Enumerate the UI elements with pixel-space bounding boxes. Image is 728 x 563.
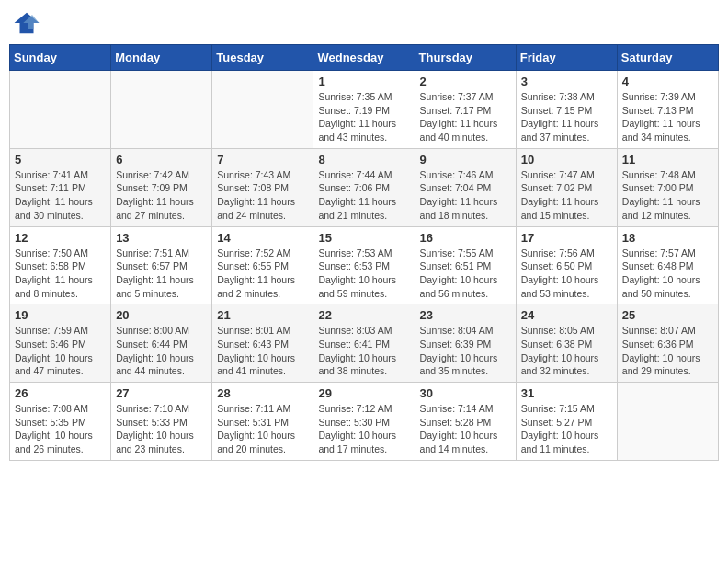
day-info: Sunrise: 7:46 AM Sunset: 7:04 PM Dayligh…: [420, 168, 511, 223]
day-info: Sunrise: 7:15 AM Sunset: 5:27 PM Dayligh…: [521, 402, 612, 456]
day-info: Sunrise: 7:51 AM Sunset: 6:57 PM Dayligh…: [116, 247, 207, 301]
day-info: Sunrise: 7:38 AM Sunset: 7:15 PM Dayligh…: [521, 90, 612, 144]
day-cell: 18Sunrise: 7:57 AM Sunset: 6:48 PM Dayli…: [617, 226, 718, 304]
calendar-header: SundayMondayTuesdayWednesdayThursdayFrid…: [10, 45, 719, 71]
day-number: 29: [318, 386, 409, 400]
day-cell: 12Sunrise: 7:50 AM Sunset: 6:58 PM Dayli…: [10, 226, 111, 304]
day-cell: [617, 383, 718, 461]
day-cell: 1Sunrise: 7:35 AM Sunset: 7:19 PM Daylig…: [313, 71, 415, 149]
day-cell: 3Sunrise: 7:38 AM Sunset: 7:15 PM Daylig…: [516, 71, 617, 149]
day-number: 27: [116, 386, 207, 400]
header-cell-wednesday: Wednesday: [313, 45, 415, 71]
day-number: 10: [521, 153, 612, 167]
day-cell: 31Sunrise: 7:15 AM Sunset: 5:27 PM Dayli…: [516, 383, 617, 461]
day-cell: 4Sunrise: 7:39 AM Sunset: 7:13 PM Daylig…: [617, 71, 718, 149]
day-cell: 10Sunrise: 7:47 AM Sunset: 7:02 PM Dayli…: [516, 148, 617, 226]
day-info: Sunrise: 7:52 AM Sunset: 6:55 PM Dayligh…: [217, 247, 308, 301]
day-number: 26: [15, 386, 106, 400]
day-number: 7: [217, 153, 308, 167]
day-info: Sunrise: 8:07 AM Sunset: 6:36 PM Dayligh…: [622, 324, 713, 378]
day-cell: 30Sunrise: 7:14 AM Sunset: 5:28 PM Dayli…: [415, 383, 516, 461]
logo: [13, 9, 44, 37]
day-info: Sunrise: 7:12 AM Sunset: 5:30 PM Dayligh…: [318, 402, 409, 456]
day-number: 21: [217, 308, 308, 322]
day-info: Sunrise: 7:44 AM Sunset: 7:06 PM Dayligh…: [318, 168, 409, 223]
week-row-2: 5Sunrise: 7:41 AM Sunset: 7:11 PM Daylig…: [10, 148, 719, 226]
day-info: Sunrise: 7:55 AM Sunset: 6:51 PM Dayligh…: [420, 247, 511, 301]
day-info: Sunrise: 7:10 AM Sunset: 5:33 PM Dayligh…: [116, 402, 207, 456]
day-cell: 19Sunrise: 7:59 AM Sunset: 6:46 PM Dayli…: [10, 304, 111, 383]
day-number: 19: [15, 308, 106, 322]
calendar-body: 1Sunrise: 7:35 AM Sunset: 7:19 PM Daylig…: [10, 71, 719, 461]
day-cell: 28Sunrise: 7:11 AM Sunset: 5:31 PM Dayli…: [212, 383, 313, 461]
day-cell: 17Sunrise: 7:56 AM Sunset: 6:50 PM Dayli…: [516, 226, 617, 304]
day-number: 3: [521, 75, 612, 88]
day-info: Sunrise: 7:57 AM Sunset: 6:48 PM Dayligh…: [622, 247, 713, 301]
day-cell: [111, 71, 212, 149]
day-info: Sunrise: 7:08 AM Sunset: 5:35 PM Dayligh…: [15, 402, 106, 456]
day-info: Sunrise: 7:14 AM Sunset: 5:28 PM Dayligh…: [420, 402, 511, 456]
day-number: 25: [622, 308, 713, 322]
day-cell: 7Sunrise: 7:43 AM Sunset: 7:08 PM Daylig…: [212, 148, 313, 226]
day-info: Sunrise: 8:04 AM Sunset: 6:39 PM Dayligh…: [420, 324, 511, 378]
day-number: 28: [217, 386, 308, 400]
day-cell: 9Sunrise: 7:46 AM Sunset: 7:04 PM Daylig…: [415, 148, 516, 226]
day-info: Sunrise: 8:03 AM Sunset: 6:41 PM Dayligh…: [318, 324, 409, 378]
day-cell: 27Sunrise: 7:10 AM Sunset: 5:33 PM Dayli…: [111, 383, 212, 461]
day-info: Sunrise: 7:42 AM Sunset: 7:09 PM Dayligh…: [116, 168, 207, 223]
day-cell: 2Sunrise: 7:37 AM Sunset: 7:17 PM Daylig…: [415, 71, 516, 149]
day-cell: 6Sunrise: 7:42 AM Sunset: 7:09 PM Daylig…: [111, 148, 212, 226]
day-info: Sunrise: 7:56 AM Sunset: 6:50 PM Dayligh…: [521, 247, 612, 301]
day-cell: 5Sunrise: 7:41 AM Sunset: 7:11 PM Daylig…: [10, 148, 111, 226]
header-cell-friday: Friday: [516, 45, 617, 71]
header-cell-tuesday: Tuesday: [212, 45, 313, 71]
day-number: 30: [420, 386, 511, 400]
day-info: Sunrise: 8:05 AM Sunset: 6:38 PM Dayligh…: [521, 324, 612, 378]
day-info: Sunrise: 7:11 AM Sunset: 5:31 PM Dayligh…: [217, 402, 308, 456]
day-number: 20: [116, 308, 207, 322]
day-cell: 11Sunrise: 7:48 AM Sunset: 7:00 PM Dayli…: [617, 148, 718, 226]
day-cell: 24Sunrise: 8:05 AM Sunset: 6:38 PM Dayli…: [516, 304, 617, 383]
header-cell-monday: Monday: [111, 45, 212, 71]
day-info: Sunrise: 8:01 AM Sunset: 6:43 PM Dayligh…: [217, 324, 308, 378]
day-number: 13: [116, 231, 207, 245]
day-number: 16: [420, 231, 511, 245]
day-number: 1: [318, 75, 409, 88]
day-number: 4: [622, 75, 713, 88]
day-cell: 16Sunrise: 7:55 AM Sunset: 6:51 PM Dayli…: [415, 226, 516, 304]
day-number: 8: [318, 153, 409, 167]
day-info: Sunrise: 7:41 AM Sunset: 7:11 PM Dayligh…: [15, 168, 106, 223]
calendar-table: SundayMondayTuesdayWednesdayThursdayFrid…: [9, 44, 719, 461]
day-number: 22: [318, 308, 409, 322]
day-cell: 13Sunrise: 7:51 AM Sunset: 6:57 PM Dayli…: [111, 226, 212, 304]
header-row: SundayMondayTuesdayWednesdayThursdayFrid…: [10, 45, 719, 71]
day-info: Sunrise: 7:50 AM Sunset: 6:58 PM Dayligh…: [15, 247, 106, 301]
day-cell: [10, 71, 111, 149]
day-number: 2: [420, 75, 511, 88]
header-cell-saturday: Saturday: [617, 45, 718, 71]
week-row-4: 19Sunrise: 7:59 AM Sunset: 6:46 PM Dayli…: [10, 304, 719, 383]
day-number: 9: [420, 153, 511, 167]
logo-icon: [13, 9, 40, 37]
day-info: Sunrise: 8:00 AM Sunset: 6:44 PM Dayligh…: [116, 324, 207, 378]
day-number: 18: [622, 231, 713, 245]
day-number: 17: [521, 231, 612, 245]
day-info: Sunrise: 7:59 AM Sunset: 6:46 PM Dayligh…: [15, 324, 106, 378]
week-row-1: 1Sunrise: 7:35 AM Sunset: 7:19 PM Daylig…: [10, 71, 719, 149]
day-number: 15: [318, 231, 409, 245]
day-number: 24: [521, 308, 612, 322]
day-number: 14: [217, 231, 308, 245]
day-cell: 15Sunrise: 7:53 AM Sunset: 6:53 PM Dayli…: [313, 226, 415, 304]
header-cell-thursday: Thursday: [415, 45, 516, 71]
day-number: 12: [15, 231, 106, 245]
day-number: 23: [420, 308, 511, 322]
day-cell: 29Sunrise: 7:12 AM Sunset: 5:30 PM Dayli…: [313, 383, 415, 461]
day-info: Sunrise: 7:37 AM Sunset: 7:17 PM Dayligh…: [420, 90, 511, 144]
day-info: Sunrise: 7:47 AM Sunset: 7:02 PM Dayligh…: [521, 168, 612, 223]
day-cell: 25Sunrise: 8:07 AM Sunset: 6:36 PM Dayli…: [617, 304, 718, 383]
day-cell: 20Sunrise: 8:00 AM Sunset: 6:44 PM Dayli…: [111, 304, 212, 383]
week-row-5: 26Sunrise: 7:08 AM Sunset: 5:35 PM Dayli…: [10, 383, 719, 461]
day-info: Sunrise: 7:48 AM Sunset: 7:00 PM Dayligh…: [622, 168, 713, 223]
day-cell: 14Sunrise: 7:52 AM Sunset: 6:55 PM Dayli…: [212, 226, 313, 304]
day-info: Sunrise: 7:53 AM Sunset: 6:53 PM Dayligh…: [318, 247, 409, 301]
